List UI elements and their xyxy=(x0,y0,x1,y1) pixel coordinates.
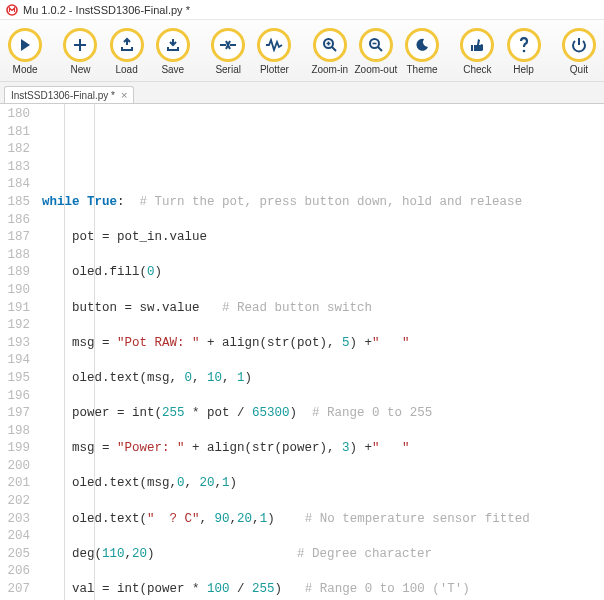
zoom-out-button[interactable]: Zoom-out xyxy=(353,28,399,75)
tab-bar: InstSSD1306-Final.py * × xyxy=(0,82,604,104)
load-button[interactable]: Load xyxy=(104,28,150,75)
code-line: msg = "Pot RAW: " + align(str(pot), 5) +… xyxy=(42,335,604,353)
app-icon xyxy=(6,4,18,16)
code-editor[interactable]: 1801811821831841851861871881891901911921… xyxy=(0,104,604,600)
question-icon xyxy=(507,28,541,62)
help-button[interactable]: Help xyxy=(501,28,547,75)
plotter-icon xyxy=(257,28,291,62)
zoom-out-icon xyxy=(359,28,393,62)
code-line: oled.text(" ? C", 90,20,1) # No temperat… xyxy=(42,511,604,529)
code-line: val = int(power * 100 / 255) # Range 0 t… xyxy=(42,581,604,599)
code-line: deg(110,20) # Degree character xyxy=(42,546,604,564)
mode-button[interactable]: Mode xyxy=(2,28,48,75)
toolbar: Mode New Load Save Serial Plotter Zoom-i… xyxy=(0,20,604,82)
code-line: oled.text(msg,0, 20,1) xyxy=(42,475,604,493)
code-line: oled.text(msg, 0, 10, 1) xyxy=(42,370,604,388)
zoom-in-icon xyxy=(313,28,347,62)
file-tab[interactable]: InstSSD1306-Final.py * × xyxy=(4,86,134,103)
code-line xyxy=(42,159,604,177)
theme-button[interactable]: Theme xyxy=(399,28,445,75)
save-icon xyxy=(156,28,190,62)
new-button[interactable]: New xyxy=(57,28,103,75)
code-line: pot = pot_in.value xyxy=(42,229,604,247)
tab-label: InstSSD1306-Final.py * xyxy=(11,90,115,101)
svg-point-3 xyxy=(522,50,525,53)
play-icon xyxy=(8,28,42,62)
window-title: Mu 1.0.2 - InstSSD1306-Final.py * xyxy=(23,4,190,16)
moon-icon xyxy=(405,28,439,62)
code-line: power = int(255 * pot / 65300) # Range 0… xyxy=(42,405,604,423)
code-line: button = sw.value # Read button switch xyxy=(42,300,604,318)
code-line: oled.fill(0) xyxy=(42,264,604,282)
plus-icon xyxy=(63,28,97,62)
quit-button[interactable]: Quit xyxy=(556,28,602,75)
plotter-button[interactable]: Plotter xyxy=(251,28,297,75)
serial-button[interactable]: Serial xyxy=(205,28,251,75)
code-area[interactable]: while True: # Turn the pot, press button… xyxy=(36,104,604,600)
save-button[interactable]: Save xyxy=(150,28,196,75)
code-line: while True: # Turn the pot, press button… xyxy=(42,194,604,212)
thumbs-up-icon xyxy=(460,28,494,62)
power-icon xyxy=(562,28,596,62)
load-icon xyxy=(110,28,144,62)
close-icon[interactable]: × xyxy=(121,89,127,101)
check-button[interactable]: Check xyxy=(454,28,500,75)
serial-icon xyxy=(211,28,245,62)
title-bar: Mu 1.0.2 - InstSSD1306-Final.py * xyxy=(0,0,604,20)
code-line: msg = "Power: " + align(str(power), 3) +… xyxy=(42,440,604,458)
line-gutter: 1801811821831841851861871881891901911921… xyxy=(0,104,36,600)
zoom-in-button[interactable]: Zoom-in xyxy=(307,28,353,75)
